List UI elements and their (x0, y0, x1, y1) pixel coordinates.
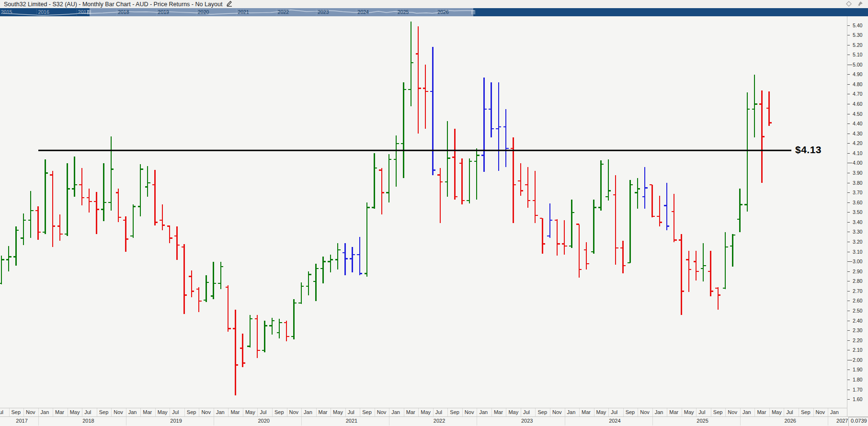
month-axis-label: Jul (172, 409, 179, 415)
year-axis-label: 2024 (609, 418, 620, 424)
price-tick (847, 252, 850, 252)
month-axis-label: Mar (143, 409, 152, 415)
navigator-year-label: 2018 (118, 9, 129, 15)
status-value-box: 0.0739 (848, 417, 868, 426)
month-axis-label: May (158, 409, 168, 415)
month-axis-separator (799, 408, 799, 417)
month-axis-label: Jan (479, 409, 488, 415)
month-axis-separator (813, 408, 814, 417)
year-axis-separator (301, 417, 302, 426)
navigator-year-label: 2026 (437, 9, 448, 15)
price-tick-label: 1.70 (853, 387, 862, 392)
price-tick (847, 104, 850, 104)
month-axis-label: Jul (0, 409, 3, 415)
price-tick (847, 291, 850, 291)
price-tick-label: 4.40 (853, 121, 862, 126)
month-axis-separator (140, 408, 141, 417)
month-axis-separator (111, 408, 112, 417)
month-axis-separator (272, 408, 273, 417)
navigator-year-label: 2020 (198, 9, 209, 15)
month-axis-separator (477, 408, 477, 417)
price-tick-label: 1.90 (853, 367, 862, 372)
month-axis-label: May (596, 409, 606, 415)
month-axis-separator (447, 408, 448, 417)
month-axis-label: Jul (84, 409, 91, 415)
month-axis-separator (535, 408, 536, 417)
month-axis-separator (711, 408, 711, 417)
price-tick (847, 94, 850, 94)
year-axis-label: 2026 (784, 418, 796, 424)
price-tick-label: 2.00 (853, 358, 862, 363)
month-axis-label: May (333, 409, 343, 415)
price-tick (847, 281, 850, 281)
month-axis-separator (769, 408, 770, 417)
price-tick (847, 330, 850, 331)
month-axis-separator (214, 408, 214, 417)
price-tick-label: 3.50 (853, 210, 862, 215)
month-axis-label: Sep (626, 409, 635, 415)
horizontal-line-price-label[interactable]: $4.13 (795, 144, 822, 156)
price-tick (847, 143, 850, 144)
navigator-year-label: 2023 (318, 9, 329, 15)
page-title: South32 Limited - S32 (AU) - Monthly Bar… (4, 1, 222, 8)
chart-plot-area[interactable] (0, 16, 847, 408)
month-axis-separator (682, 408, 682, 417)
timeline-navigator-scrollbar[interactable]: 2015201620172018201920202021202220232024… (0, 8, 868, 16)
month-axis-label: Nov (114, 409, 123, 415)
price-tick-label: 4.60 (853, 101, 862, 107)
month-axis-separator (375, 408, 375, 417)
month-axis-label: Mar (669, 409, 678, 415)
navigator-year-label: 2015 (1, 9, 12, 15)
price-tick (847, 153, 850, 154)
month-axis-separator (652, 408, 653, 417)
month-axis-separator (243, 408, 243, 417)
price-tick-label: 2.70 (853, 289, 862, 294)
price-tick (847, 242, 850, 242)
month-axis-separator (97, 408, 97, 417)
month-axis-label: Jan (830, 409, 839, 415)
price-tick (847, 25, 850, 26)
year-axis-separator (652, 417, 653, 426)
price-tick (847, 173, 850, 173)
month-axis-separator (155, 408, 156, 417)
month-axis-label: Sep (801, 409, 811, 415)
month-axis-separator (623, 408, 624, 417)
price-tick-label: 4.90 (853, 72, 862, 77)
month-axis-label: Sep (537, 409, 547, 415)
month-axis-separator (184, 408, 185, 417)
year-axis-separator (214, 417, 214, 426)
navigator-year-label: 2024 (358, 9, 369, 15)
price-tick (847, 114, 850, 114)
price-tick (847, 380, 850, 380)
month-axis-label: Jul (786, 409, 793, 415)
month-axis-separator (462, 408, 463, 417)
price-axis[interactable]: 5.405.305.205.105.004.904.804.704.604.50… (847, 16, 868, 408)
edit-title-pencil-icon[interactable] (226, 0, 232, 9)
price-tick-label: 2.40 (853, 318, 862, 324)
price-tick (847, 45, 850, 45)
month-axis-separator (491, 408, 492, 417)
navigator-year-label: 2016 (38, 9, 49, 15)
price-tick (847, 55, 850, 55)
month-axis-label: Mar (230, 409, 240, 415)
price-tick-label: 3.40 (853, 220, 862, 225)
price-tick-label: 5.30 (853, 33, 862, 38)
price-tick-label: 1.80 (853, 377, 862, 382)
year-axis-separator (389, 417, 389, 426)
price-tick (847, 84, 850, 85)
month-axis-separator (740, 408, 741, 417)
price-tick (847, 390, 850, 390)
month-axis-label: Sep (99, 409, 109, 415)
price-tick (847, 301, 850, 301)
price-tick-label: 2.30 (853, 328, 862, 333)
price-tick-label: 4.10 (853, 151, 862, 156)
month-axis[interactable]: JulSepNovJanMarMayJulSepNovJanMarMayJulS… (0, 408, 847, 417)
month-axis-separator (433, 408, 434, 417)
price-tick (847, 163, 852, 163)
year-axis[interactable]: 2017201820192020202120222023202420252026… (0, 416, 868, 426)
month-axis-label: Sep (274, 409, 284, 415)
price-tick (847, 65, 852, 65)
month-axis-separator (784, 408, 784, 417)
month-axis-separator (579, 408, 580, 417)
month-axis-separator (725, 408, 726, 417)
